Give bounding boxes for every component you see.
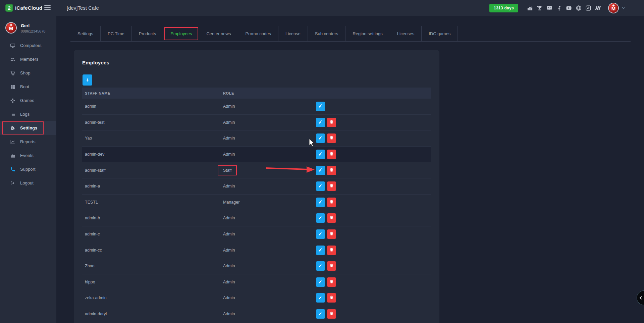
delete-employee-button[interactable] [327, 118, 336, 127]
edit-employee-button[interactable] [316, 181, 325, 191]
pencil-icon [318, 183, 323, 189]
tab-center-news[interactable]: Center news [199, 26, 238, 41]
tab-employees[interactable]: Employees [163, 26, 199, 41]
sidebar-item-boot[interactable]: Boot [0, 80, 56, 94]
sidebar-item-logs[interactable]: Logs [0, 107, 56, 121]
sidebar-item-members[interactable]: Members [0, 52, 56, 66]
edit-employee-button[interactable] [316, 102, 325, 111]
tab-region-settings[interactable]: Region settings [345, 26, 390, 41]
icafe-icon[interactable] [585, 5, 591, 11]
facebook-icon[interactable] [556, 5, 562, 11]
delete-employee-button[interactable] [327, 166, 336, 175]
delete-employee-button[interactable] [327, 213, 336, 223]
sidebar-item-logout[interactable]: Logout [0, 176, 56, 190]
topbar: 2 iCafeCloud [dev]Test Cafe 1313 days M [0, 0, 644, 16]
edit-employee-button[interactable] [316, 293, 325, 303]
sidebar-item-events[interactable]: Events [0, 149, 56, 162]
role-cell: Admin [223, 120, 316, 125]
role-cell: Admin [223, 295, 316, 300]
youtube-icon[interactable] [566, 5, 572, 11]
edit-employee-button[interactable] [316, 309, 325, 319]
delete-employee-button[interactable] [327, 293, 336, 303]
role-cell: Admin [223, 104, 316, 109]
trash-icon [329, 248, 334, 253]
tab-idc-games[interactable]: IDC games [422, 26, 458, 41]
edit-employee-button[interactable] [316, 277, 325, 287]
delete-employee-button[interactable] [327, 229, 336, 239]
tab-pc-time[interactable]: PC Time [101, 26, 132, 41]
hamburger-menu-icon[interactable] [44, 5, 51, 11]
globe-icon[interactable] [575, 5, 582, 11]
sidebar-item-computers[interactable]: Computers [0, 39, 56, 52]
user-phone: 008612345678 [21, 29, 45, 33]
column-role: ROLE [223, 91, 316, 95]
delete-employee-button[interactable] [327, 198, 336, 207]
row-actions [316, 277, 336, 287]
table-row-admin-dev: admin-dev Admin [82, 147, 431, 163]
sidebar-item-support[interactable]: Support [0, 162, 56, 176]
sidebar-item-shop[interactable]: Shop [0, 66, 56, 80]
staff-name-cell: Yao [82, 136, 223, 141]
sidebar-item-label: Support [20, 167, 36, 172]
tab-license[interactable]: License [278, 26, 308, 41]
staff-name-cell: admin-c [82, 232, 223, 236]
days-badge[interactable]: 1313 days [489, 4, 518, 12]
sidebar-item-label: Reports [20, 139, 36, 144]
edit-employee-button[interactable] [316, 133, 325, 143]
topbar-right: 1313 days M [489, 3, 644, 13]
layers-icon[interactable] [595, 5, 601, 11]
role-cell: Admin [223, 152, 316, 157]
trash-icon [329, 215, 334, 221]
sidebar-item-settings[interactable]: Settings [0, 121, 56, 135]
delete-employee-button[interactable] [327, 246, 336, 255]
discord-icon[interactable] [546, 5, 552, 11]
topbar-icons [525, 5, 603, 11]
chevron-down-icon[interactable] [622, 5, 625, 11]
trash-icon [329, 120, 334, 125]
edit-employee-button[interactable] [316, 150, 325, 159]
delete-employee-button[interactable] [327, 277, 336, 287]
tab-sub-centers[interactable]: Sub centers [308, 26, 345, 41]
tab-promo-codes[interactable]: Promo codes [238, 26, 278, 41]
sidebar-avatar: M [5, 22, 17, 34]
delete-employee-button[interactable] [327, 261, 336, 271]
edit-employee-button[interactable] [316, 198, 325, 207]
tab-licenses[interactable]: Licenses [390, 26, 422, 41]
delete-employee-button[interactable] [327, 309, 336, 319]
sidebar-item-reports[interactable]: Reports [0, 135, 56, 149]
table-header: STAFF NAME ROLE [82, 88, 431, 99]
row-actions [316, 166, 336, 175]
staff-name-cell: TEST1 [82, 200, 223, 205]
members-icon [10, 56, 15, 62]
tab-products[interactable]: Products [132, 26, 163, 41]
delete-employee-button[interactable] [327, 133, 336, 143]
edit-employee-button[interactable] [316, 213, 325, 223]
delete-employee-button[interactable] [327, 181, 336, 191]
table-row-zeka-admin: zeka-admin Admin [82, 290, 431, 306]
ranking-icon[interactable] [527, 5, 533, 11]
cafe-title: [dev]Test Cafe [67, 5, 99, 11]
trophy-icon[interactable] [536, 5, 543, 11]
row-actions [316, 293, 336, 303]
user-avatar[interactable]: M [608, 3, 619, 13]
edit-employee-button[interactable] [316, 118, 325, 127]
edit-employee-button[interactable] [316, 246, 325, 255]
panel-collapse-toggle[interactable] [637, 290, 644, 305]
row-actions [316, 150, 336, 159]
table-row-admin-a: admin-a Admin [82, 178, 431, 195]
crown-icon [10, 153, 15, 158]
sidebar-item-games[interactable]: Games [0, 94, 56, 107]
trash-icon [329, 295, 334, 301]
tab-settings[interactable]: Settings [70, 26, 101, 41]
edit-employee-button[interactable] [316, 261, 325, 271]
sidebar-user[interactable]: M Gerl 008612345678 [0, 16, 56, 39]
row-actions [316, 118, 336, 127]
brand[interactable]: 2 iCafeCloud [0, 0, 57, 16]
staff-name-cell: hippo [82, 280, 223, 284]
edit-employee-button[interactable] [316, 166, 325, 175]
edit-employee-button[interactable] [316, 229, 325, 239]
add-employee-button[interactable]: + [83, 74, 92, 86]
sidebar-item-label: Games [20, 98, 34, 103]
delete-employee-button[interactable] [327, 150, 336, 159]
table-row-zhao: Zhao Admin [82, 258, 431, 274]
